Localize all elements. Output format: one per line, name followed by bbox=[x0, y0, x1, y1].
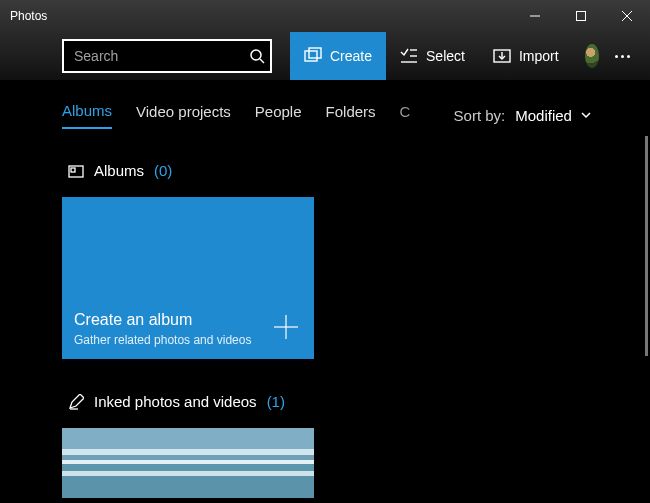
tab-overflow[interactable]: C bbox=[400, 103, 412, 128]
albums-section-header: Albums (0) bbox=[68, 162, 650, 179]
window-title: Photos bbox=[10, 9, 47, 23]
inked-section-label: Inked photos and videos bbox=[94, 393, 257, 410]
import-icon bbox=[493, 47, 511, 65]
toolbar: Create Select Import bbox=[0, 32, 650, 80]
tab-folders[interactable]: Folders bbox=[326, 103, 376, 128]
svg-rect-6 bbox=[305, 51, 317, 61]
content-area: Albums (0) Create an album Gather relate… bbox=[0, 136, 650, 498]
close-button[interactable] bbox=[604, 0, 650, 32]
more-button[interactable] bbox=[607, 55, 638, 58]
create-button[interactable]: Create bbox=[290, 32, 386, 80]
user-avatar[interactable] bbox=[585, 44, 599, 68]
search-icon[interactable] bbox=[249, 48, 265, 64]
tab-row: Albums Video projects People Folders C S… bbox=[0, 80, 650, 136]
create-album-tile[interactable]: Create an album Gather related photos an… bbox=[62, 197, 314, 359]
maximize-button[interactable] bbox=[558, 0, 604, 32]
tab-people[interactable]: People bbox=[255, 103, 302, 128]
tab-albums[interactable]: Albums bbox=[62, 102, 112, 129]
title-bar: Photos bbox=[0, 0, 650, 32]
select-label: Select bbox=[426, 48, 465, 64]
create-album-subtitle: Gather related photos and videos bbox=[74, 333, 302, 347]
inked-section-header: Inked photos and videos (1) bbox=[68, 393, 650, 410]
inked-thumbnail[interactable] bbox=[62, 428, 314, 498]
search-box[interactable] bbox=[62, 39, 272, 73]
minimize-button[interactable] bbox=[512, 0, 558, 32]
sort-dropdown[interactable]: Modified bbox=[515, 107, 592, 124]
window-controls bbox=[512, 0, 650, 32]
albums-section-icon bbox=[68, 163, 84, 179]
sort-label: Sort by: bbox=[454, 107, 506, 124]
tab-video-projects[interactable]: Video projects bbox=[136, 103, 231, 128]
create-label: Create bbox=[330, 48, 372, 64]
plus-icon bbox=[272, 313, 300, 341]
pen-icon bbox=[68, 394, 84, 410]
search-input[interactable] bbox=[74, 48, 249, 64]
scrollbar[interactable] bbox=[645, 136, 648, 356]
svg-rect-14 bbox=[71, 168, 75, 172]
select-icon bbox=[400, 47, 418, 65]
svg-line-5 bbox=[260, 59, 264, 63]
chevron-down-icon bbox=[580, 109, 592, 121]
albums-count: (0) bbox=[154, 162, 172, 179]
svg-rect-1 bbox=[577, 12, 586, 21]
svg-rect-7 bbox=[309, 48, 321, 58]
create-icon bbox=[304, 47, 322, 65]
import-label: Import bbox=[519, 48, 559, 64]
import-button[interactable]: Import bbox=[479, 32, 573, 80]
inked-count: (1) bbox=[267, 393, 285, 410]
svg-point-4 bbox=[251, 50, 261, 60]
create-album-title: Create an album bbox=[74, 311, 302, 329]
albums-section-label: Albums bbox=[94, 162, 144, 179]
select-button[interactable]: Select bbox=[386, 32, 479, 80]
sort-value: Modified bbox=[515, 107, 572, 124]
